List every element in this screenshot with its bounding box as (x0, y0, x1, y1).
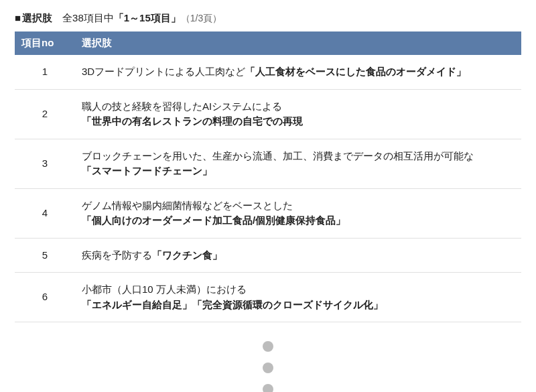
ellipsis-dot-icon (263, 341, 273, 352)
table-row: 2職人の技と経験を習得したAIシステムによる「世界中の有名レストランの料理の自宅… (15, 89, 521, 139)
ellipsis-dot-icon (263, 384, 273, 392)
row-no: 4 (15, 188, 75, 238)
title-text: 選択肢 全38項目中「1～15項目」 (22, 12, 181, 23)
option-lead: ゲノム情報や腸内細菌情報などをベースとした (82, 200, 293, 211)
table-row: 3ブロックチェーンを用いた、生産から流通、加工、消費までデータの相互活用が可能な… (15, 139, 521, 188)
table-row: 6小都市（人口10 万人未満）における「エネルギー自給自足」「完全資源循環のクロ… (15, 273, 521, 322)
option-lead: 職人の技と経験を習得したAIシステムによる (82, 101, 282, 112)
row-option: ブロックチェーンを用いた、生産から流通、加工、消費までデータの相互活用が可能な「… (75, 139, 521, 188)
ellipsis-dot-icon (263, 363, 273, 373)
ellipsis-indicator (15, 322, 521, 392)
option-bold: 「スマートフードチェーン」 (82, 165, 212, 176)
option-lead: ブロックチェーンを用いた、生産から流通、加工、消費までデータの相互活用が可能な (82, 150, 474, 161)
page-indicator: （1/3頁） (181, 13, 222, 23)
row-no: 5 (15, 238, 75, 273)
table-header-row: 項目no 選択肢 (15, 31, 521, 55)
row-option: ゲノム情報や腸内細菌情報などをベースとした「個人向けのオーダーメード加工食品/個… (75, 188, 521, 238)
row-no: 2 (15, 89, 75, 139)
row-no: 6 (15, 273, 75, 322)
options-table: 項目no 選択肢 13Dフードプリントによる人工肉など「人工食材をベースにした食… (15, 31, 521, 322)
option-lead: 3Dフードプリントによる人工肉など (82, 66, 245, 77)
option-lead: 疾病を予防する (82, 249, 152, 261)
option-bold: 「世界中の有名レストランの料理の自宅での再現 (82, 115, 303, 127)
title-square: ■ (15, 12, 21, 23)
table-row: 13Dフードプリントによる人工肉など「人工食材をベースにした食品のオーダメイド」 (15, 55, 521, 89)
row-option: 職人の技と経験を習得したAIシステムによる「世界中の有名レストランの料理の自宅で… (75, 89, 521, 139)
row-option: 小都市（人口10 万人未満）における「エネルギー自給自足」「完全資源循環のクロー… (75, 273, 521, 322)
table-row: 4ゲノム情報や腸内細菌情報などをベースとした「個人向けのオーダーメード加工食品/… (15, 188, 521, 238)
option-lead: 小都市（人口10 万人未満）における (82, 283, 247, 295)
row-no: 3 (15, 139, 75, 188)
header-col-no: 項目no (15, 31, 75, 55)
row-option: 3Dフードプリントによる人工肉など「人工食材をベースにした食品のオーダメイド」 (75, 55, 521, 89)
table-row: 5疾病を予防する「ワクチン食」 (15, 238, 521, 273)
option-bold: 「ワクチン食」 (152, 249, 222, 261)
header-col-option: 選択肢 (75, 31, 521, 55)
row-option: 疾病を予防する「ワクチン食」 (75, 238, 521, 273)
option-bold: 「個人向けのオーダーメード加工食品/個別健康保持食品」 (82, 214, 346, 226)
option-bold: 「人工食材をベースにした食品のオーダメイド」 (245, 66, 466, 77)
option-bold: 「エネルギー自給自足」「完全資源循環のクローズドサイクル化」 (82, 299, 383, 310)
row-no: 1 (15, 55, 75, 89)
page-title: ■選択肢 全38項目中「1～15項目」（1/3頁） (15, 12, 521, 25)
